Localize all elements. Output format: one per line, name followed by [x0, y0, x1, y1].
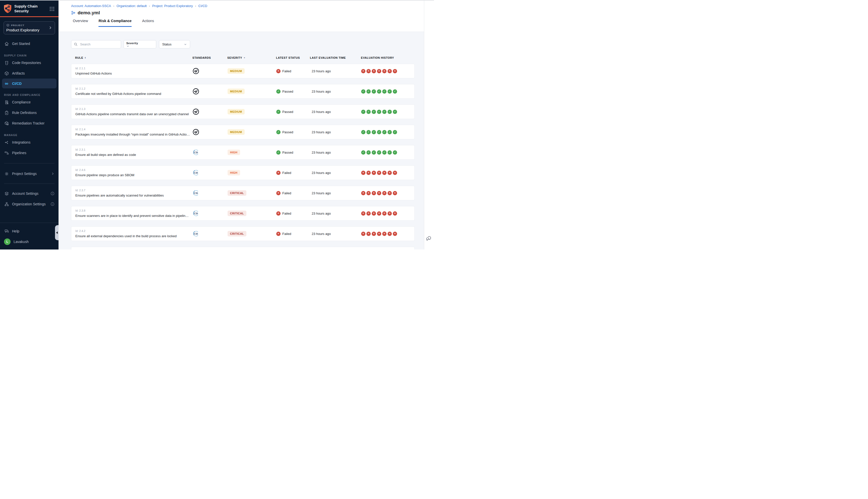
status-icon: [276, 171, 280, 175]
breadcrumb-organization[interactable]: Organization: default: [117, 4, 147, 8]
rule-id: Id: 2.1.2: [75, 87, 193, 90]
latest-status: Failed: [276, 171, 310, 175]
sidebar-item-artifacts[interactable]: Artifacts: [0, 68, 59, 78]
status-icon: [276, 69, 280, 73]
severity-filter-select[interactable]: Severity: [123, 40, 156, 48]
sort-desc-icon[interactable]: ▼: [243, 57, 246, 59]
history-failed-icon: [382, 211, 387, 216]
pipelines-icon: [4, 150, 9, 155]
rule-id: Id: 2.1.3: [75, 107, 193, 110]
history-passed-icon: [377, 130, 381, 134]
sidebar-item-organization-settings[interactable]: Organization Settings: [0, 199, 59, 209]
status-icon: [276, 211, 280, 216]
sort-icon[interactable]: ▲▼: [84, 57, 86, 59]
search-input[interactable]: [71, 40, 121, 48]
svg-text:CIS: CIS: [194, 151, 198, 154]
history-passed-icon: [382, 110, 387, 114]
user-menu[interactable]: L Lavakush: [0, 236, 59, 247]
rule-cell: Id: 2.1.1 Unpinned GitHub Actions: [75, 67, 193, 75]
project-selector[interactable]: PROJECT Product Exploratory: [3, 21, 55, 34]
status-icon: [276, 130, 280, 134]
chevron-down-icon: [126, 45, 154, 48]
table-row[interactable]: Id: 2.1.4 Packages insecurely installed …: [71, 125, 415, 139]
chat-support-button[interactable]: [425, 235, 432, 242]
table-row[interactable]: Id: 2.3.8 Ensure scanners are in place t…: [71, 206, 415, 221]
search-icon: [74, 42, 77, 46]
scroll-gutter: [424, 0, 434, 250]
latest-status: Failed: [276, 211, 310, 216]
history-passed-icon: [361, 130, 365, 134]
info-icon[interactable]: [50, 202, 55, 206]
history-passed-icon: [372, 130, 376, 134]
breadcrumb-project[interactable]: Project: Product Exploratory: [152, 4, 193, 8]
history-passed-icon: [377, 150, 381, 155]
breadcrumb-account[interactable]: Account: Automation-SSCA: [71, 4, 111, 8]
table-row[interactable]: Id: 2.4.6 Ensure pipeline steps produce …: [71, 166, 415, 180]
sidebar-item-pipelines[interactable]: Pipelines: [0, 148, 59, 158]
history-failed-icon: [366, 232, 371, 236]
avatar: L: [4, 239, 11, 245]
table-row[interactable]: Id: 2.1.1 Unpinned GitHub Actions MEDIUM…: [71, 64, 415, 78]
owasp-standard-icon: [193, 88, 199, 95]
history-failed-icon: [387, 171, 392, 175]
app-switcher-icon[interactable]: [49, 6, 55, 12]
tab-risk-and-compliance[interactable]: Risk & Compliance: [98, 19, 131, 27]
history-failed-icon: [372, 69, 376, 73]
history-failed-icon: [393, 171, 397, 175]
sidebar-item-cicd[interactable]: ∞ CI/CD: [2, 78, 57, 88]
search-field[interactable]: [80, 42, 118, 46]
history-failed-icon: [377, 211, 381, 216]
table-row[interactable]: Id: 2.3.1 Ensure all build steps are def…: [71, 145, 415, 160]
help-button[interactable]: ? Help: [0, 226, 59, 236]
evaluation-history: [361, 89, 414, 94]
breadcrumb-cicd[interactable]: CI/CD: [198, 4, 207, 8]
sidebar-item-code-repositories[interactable]: </> Code Repositories: [0, 58, 59, 68]
history-failed-icon: [361, 211, 365, 216]
tab-actions[interactable]: Actions: [142, 19, 154, 27]
tab-overview[interactable]: Overview: [73, 19, 88, 27]
history-passed-icon: [387, 89, 392, 94]
title-row: demo.yml: [71, 10, 424, 15]
sidebar-item-project-settings[interactable]: Project Settings: [0, 168, 59, 179]
severity-badge: CRITICAL: [228, 231, 246, 236]
chat-question-icon: ?: [4, 229, 9, 234]
sidebar-item-account-settings[interactable]: Account Settings: [0, 188, 59, 199]
sidebar-item-get-started[interactable]: Get Started: [0, 38, 59, 49]
history-passed-icon: [393, 110, 397, 114]
table-row[interactable]: Id: 2.3.7 Ensure pipelines are automatic…: [71, 186, 415, 200]
status-text: Passed: [282, 110, 293, 114]
table-row[interactable]: Id: 2.4.2 Ensure all external dependenci…: [71, 227, 415, 241]
latest-status: Passed: [276, 89, 310, 94]
evaluation-history: [361, 110, 414, 114]
project-cube-icon: [6, 24, 10, 27]
rule-name: Ensure pipeline steps produce an SBOM: [75, 173, 193, 177]
severity-badge: MEDIUM: [228, 89, 245, 94]
history-passed-icon: [366, 130, 371, 134]
sidebar-collapse-handle[interactable]: [55, 225, 59, 240]
rule-cell: Id: 2.1.4 Packages insecurely installed …: [75, 128, 193, 136]
history-failed-icon: [377, 191, 381, 195]
sidebar-item-compliance[interactable]: Compliance: [0, 97, 59, 107]
sidebar: Supply Chain Security PROJECT Product Ex…: [0, 0, 59, 250]
sidebar-item-rule-definitions[interactable]: Rule Definitions: [0, 107, 59, 118]
status-text: Passed: [282, 130, 293, 134]
history-failed-icon: [393, 211, 397, 216]
status-icon: [276, 232, 280, 236]
history-passed-icon: [387, 130, 392, 134]
table-row[interactable]: Id: 2.1.2 Certificate not verified by Gi…: [71, 84, 415, 99]
table-row[interactable]: Id: 3.1.7 CIS CRITICAL Failed 23 hours a…: [71, 247, 415, 250]
info-icon[interactable]: [50, 192, 55, 196]
column-evaluation-history: EVALUATION HISTORY: [361, 56, 415, 59]
status-filter-select[interactable]: Status: [159, 40, 190, 48]
last-evaluation-time: 23 hours ago: [310, 69, 361, 73]
last-evaluation-time: 23 hours ago: [310, 232, 361, 236]
divider: [4, 163, 55, 163]
evaluation-history: [361, 130, 414, 134]
sidebar-item-remediation-tracker[interactable]: Remediation Tracker: [0, 118, 59, 129]
accent-divider: [0, 16, 59, 17]
table-row[interactable]: Id: 2.1.3 GitHub Actions pipeline comman…: [71, 105, 415, 119]
code-repository-icon: </>: [4, 60, 9, 65]
rule-name: Certificate not verified by GitHub Actio…: [75, 92, 193, 96]
history-passed-icon: [377, 110, 381, 114]
sidebar-item-integrations[interactable]: Integrations: [0, 137, 59, 148]
